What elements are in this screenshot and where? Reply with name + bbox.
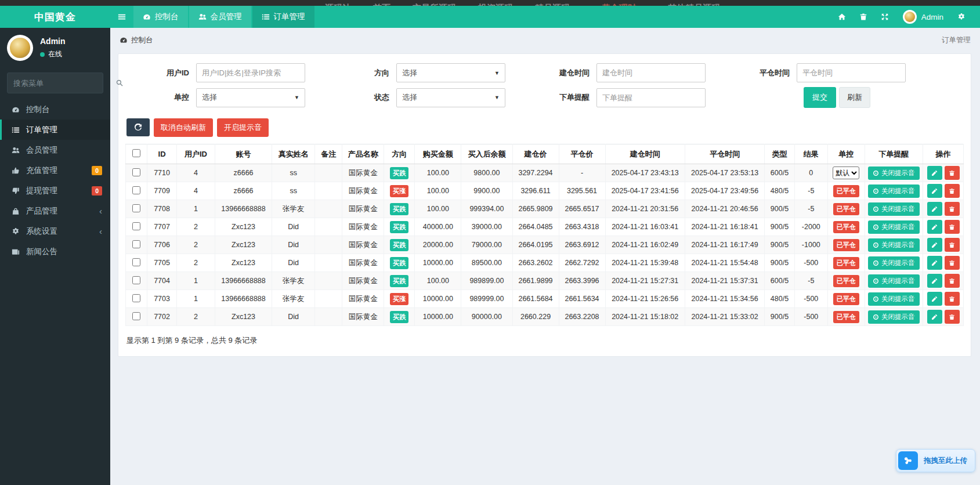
edit-button[interactable] [927, 274, 942, 288]
drag-upload-widget[interactable]: 拖拽至此上传 [896, 449, 975, 472]
row-checkbox[interactable] [132, 168, 140, 176]
row-control-select[interactable]: 默认 [833, 167, 859, 179]
delete-button[interactable] [945, 238, 960, 252]
close-sound-button[interactable]: 关闭提示音 [868, 292, 920, 306]
delete-button[interactable] [945, 274, 960, 288]
sidebar-item-提现管理[interactable]: 提现管理0 [0, 180, 110, 201]
enable-sound-button[interactable]: 开启提示音 [217, 118, 269, 137]
edit-button[interactable] [927, 310, 942, 324]
refresh-button[interactable]: 刷新 [839, 87, 870, 108]
column-header-平仓价[interactable]: 平仓价 [559, 144, 605, 164]
home-button[interactable] [831, 6, 853, 28]
sidebar-item-产品管理[interactable]: 产品管理‹ [0, 201, 110, 221]
clear-cache-button[interactable] [853, 6, 874, 28]
row-checkbox[interactable] [132, 276, 140, 284]
select-all-checkbox[interactable] [132, 149, 140, 157]
edit-button[interactable] [927, 220, 942, 234]
background-text-fragment: 投资源码 [478, 1, 513, 6]
column-header-产品名称[interactable]: 产品名称 [342, 144, 384, 164]
sidebar-item-订单管理[interactable]: 订单管理 [0, 120, 110, 140]
close-sound-button[interactable]: 关闭提示音 [868, 167, 920, 180]
cell-open-price: 2660.229 [512, 308, 559, 326]
column-header-ID[interactable]: ID [147, 144, 176, 164]
sidebar-item-会员管理[interactable]: 会员管理 [0, 140, 110, 160]
edit-button[interactable] [927, 166, 942, 180]
column-header-结果[interactable]: 结果 [794, 144, 827, 164]
cell-direction: 买涨 [384, 290, 415, 308]
column-header-建仓时间[interactable]: 建仓时间 [605, 144, 685, 164]
settings-button[interactable] [950, 6, 972, 28]
cell-open-time: 2025-04-17 23:41:56 [605, 182, 685, 200]
column-header-操作[interactable]: 操作 [923, 144, 964, 164]
delete-button[interactable] [945, 256, 960, 270]
reload-table-button[interactable] [126, 118, 150, 136]
column-header-购买金额[interactable]: 购买金额 [415, 144, 461, 164]
row-checkbox[interactable] [132, 312, 140, 320]
close-time-input[interactable] [797, 63, 906, 82]
close-sound-button[interactable]: 关闭提示音 [868, 310, 920, 324]
edit-button[interactable] [927, 238, 942, 252]
order-remind-input[interactable] [596, 88, 706, 107]
pencil-icon [931, 296, 938, 302]
close-sound-button[interactable]: 关闭提示音 [868, 202, 920, 216]
row-checkbox[interactable] [132, 204, 140, 212]
sidebar-item-label: 提现管理 [26, 186, 86, 196]
nav-item-控制台[interactable]: 控制台 [133, 6, 188, 28]
sidebar-toggle-button[interactable] [110, 6, 133, 28]
delete-button[interactable] [945, 166, 960, 180]
row-checkbox[interactable] [132, 186, 140, 194]
close-sound-button[interactable]: 关闭提示音 [868, 274, 920, 288]
edit-button[interactable] [927, 292, 942, 306]
column-header-真实姓名[interactable]: 真实姓名 [272, 144, 315, 164]
column-header-方向[interactable]: 方向 [384, 144, 415, 164]
column-header-类型[interactable]: 类型 [765, 144, 794, 164]
column-header-备注[interactable]: 备注 [315, 144, 342, 164]
nav-item-订单管理[interactable]: 订单管理 [252, 6, 314, 28]
user-menu[interactable]: Admin [896, 10, 950, 24]
breadcrumb-left-label[interactable]: 控制台 [131, 35, 153, 45]
control-select[interactable]: 选择 ▼ [196, 88, 305, 107]
sidebar-item-系统设置[interactable]: 系统设置‹ [0, 221, 110, 241]
submit-button[interactable]: 提交 [804, 87, 836, 108]
column-header-用户ID[interactable]: 用户ID [177, 144, 215, 164]
open-time-input[interactable] [596, 63, 706, 82]
close-sound-button[interactable]: 关闭提示音 [868, 238, 920, 252]
nav-item-会员管理[interactable]: 会员管理 [189, 6, 251, 28]
column-header-单控[interactable]: 单控 [828, 144, 865, 164]
column-header-建仓价[interactable]: 建仓价 [512, 144, 559, 164]
delete-button[interactable] [945, 202, 960, 216]
edit-button[interactable] [927, 202, 942, 216]
close-sound-button[interactable]: 关闭提示音 [868, 184, 920, 198]
user-id-input[interactable] [196, 63, 305, 82]
cell-open-time: 2024-11-21 15:18:02 [605, 308, 685, 326]
sidebar-item-控制台[interactable]: 控制台 [0, 99, 110, 120]
delete-button[interactable] [945, 310, 960, 324]
cancel-auto-refresh-button[interactable]: 取消自动刷新 [154, 118, 213, 137]
brand-logo[interactable]: 中国黄金 [0, 6, 110, 28]
delete-button[interactable] [945, 184, 960, 198]
delete-button[interactable] [945, 220, 960, 234]
fullscreen-button[interactable] [874, 6, 896, 28]
sidebar-item-充值管理[interactable]: 充值管理0 [0, 160, 110, 180]
search-icon[interactable] [115, 79, 124, 87]
direction-select[interactable]: 选择 ▼ [396, 63, 505, 82]
cell-order-remind: 关闭提示音 [865, 200, 923, 218]
column-header-账号[interactable]: 账号 [215, 144, 272, 164]
row-checkbox[interactable] [132, 258, 140, 266]
closed-badge: 已平仓 [833, 275, 859, 287]
sidebar-item-新闻公告[interactable]: 新闻公告 [0, 241, 110, 262]
status-select[interactable]: 选择 ▼ [396, 88, 505, 107]
row-checkbox[interactable] [132, 294, 140, 302]
filter-label-close-time: 平仓时间 [734, 68, 797, 78]
delete-button[interactable] [945, 292, 960, 306]
row-checkbox[interactable] [132, 222, 140, 230]
close-sound-button[interactable]: 关闭提示音 [868, 256, 920, 270]
sidebar-search-input[interactable] [13, 79, 115, 88]
row-checkbox[interactable] [132, 240, 140, 248]
close-sound-button[interactable]: 关闭提示音 [868, 220, 920, 234]
column-header-买入后余额[interactable]: 买入后余额 [461, 144, 512, 164]
edit-button[interactable] [927, 256, 942, 270]
column-header-下单提醒[interactable]: 下单提醒 [865, 144, 923, 164]
edit-button[interactable] [927, 184, 942, 198]
column-header-平仓时间[interactable]: 平仓时间 [685, 144, 764, 164]
